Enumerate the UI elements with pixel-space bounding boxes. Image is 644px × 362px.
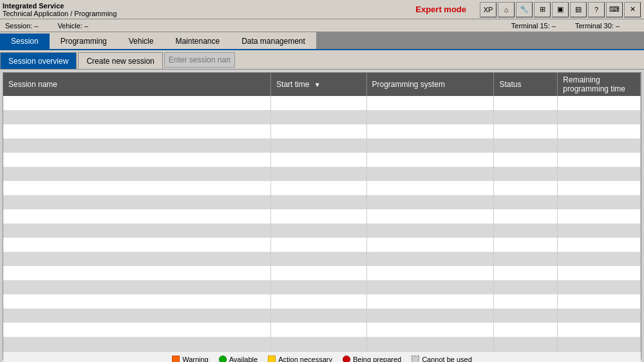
prepared-icon [343, 356, 350, 362]
tools-button[interactable]: 🔧 [516, 2, 533, 17]
table-row [3, 266, 641, 280]
camera-button[interactable]: ▤ [570, 2, 587, 17]
legend-cannot-label: Cannot be used [422, 356, 472, 362]
app-title: Integrated Service Technical Application… [3, 2, 415, 17]
sub-tabs: Session overview Create new session [0, 50, 644, 70]
xp-button[interactable]: XP [480, 2, 497, 17]
session-table: Session name Start time ▼ Programming sy… [3, 73, 641, 351]
available-icon [219, 356, 227, 362]
cannot-icon [412, 356, 419, 362]
legend-available: Available [219, 356, 258, 362]
col-header-start-time[interactable]: Start time ▼ [271, 73, 366, 96]
battery-button[interactable]: ▣ [552, 2, 569, 17]
keyboard-button[interactable]: ⌨ [606, 2, 623, 17]
table-row [3, 110, 641, 124]
legend-available-label: Available [229, 356, 258, 362]
col-header-remaining: Remaining programming time [558, 73, 641, 96]
session-name-input[interactable] [164, 52, 235, 68]
legend-being-prepared: Being prepared [343, 356, 401, 362]
app-title-line1: Integrated Service [3, 2, 415, 10]
close-button[interactable]: ✕ [624, 2, 641, 17]
col-header-status: Status [494, 73, 558, 96]
table-row [3, 238, 641, 252]
subtab-create-new-session[interactable]: Create new session [78, 52, 162, 69]
expert-mode-label: Expert mode [415, 5, 466, 14]
session-status: Session: – [5, 22, 38, 30]
table-row [3, 124, 641, 138]
table-row [3, 224, 641, 238]
vehicle-status: Vehicle: – [57, 22, 88, 30]
col-header-programming-system: Programming system [366, 73, 494, 96]
tab-vehicle[interactable]: Vehicle [118, 33, 165, 49]
session-table-body [3, 96, 641, 351]
main-content: Session name Start time ▼ Programming sy… [3, 72, 641, 359]
table-row [3, 209, 641, 224]
table-row [3, 153, 641, 167]
nav-tabs: Session Programming Vehicle Maintenance … [0, 32, 644, 50]
table-row [3, 323, 641, 337]
table-row [3, 96, 641, 110]
app-title-line2: Technical Application / Programming [3, 10, 415, 17]
table-row [3, 280, 641, 294]
legend-action-label: Action necessary [278, 356, 332, 362]
status-bar: Session: – Vehicle: – Terminal 15: – Ter… [0, 19, 644, 32]
tab-maintenance[interactable]: Maintenance [164, 33, 231, 49]
terminal15-status: Terminal 15: – [511, 22, 556, 30]
table-row [3, 337, 641, 351]
legend-warning: Warning [172, 356, 209, 362]
table-row [3, 309, 641, 323]
display-button[interactable]: ⊞ [534, 2, 551, 17]
tab-data-management[interactable]: Data management [231, 33, 316, 49]
home-button[interactable]: ⌂ [498, 2, 515, 17]
table-row [3, 195, 641, 209]
nav-tab-spacer [316, 32, 644, 49]
table-row [3, 167, 641, 181]
tab-programming[interactable]: Programming [50, 33, 118, 49]
legend-bar: Warning Available Action necessary Being… [3, 351, 641, 362]
table-row [3, 138, 641, 153]
legend-prepared-label: Being prepared [353, 356, 401, 362]
table-row [3, 294, 641, 309]
terminal30-status: Terminal 30: – [575, 22, 620, 30]
subtab-session-overview[interactable]: Session overview [0, 52, 77, 69]
tab-session[interactable]: Session [0, 33, 50, 49]
col-header-session-name: Session name [3, 73, 271, 96]
legend-action-necessary: Action necessary [268, 356, 332, 362]
top-bar: Integrated Service Technical Application… [0, 0, 644, 19]
action-icon [268, 356, 276, 362]
help-button[interactable]: ? [588, 2, 605, 17]
sort-arrow-start-time: ▼ [314, 81, 321, 88]
table-row [3, 181, 641, 195]
table-row [3, 252, 641, 266]
legend-cannot-be-used: Cannot be used [412, 356, 472, 362]
warning-icon [172, 356, 180, 362]
legend-warning-label: Warning [182, 356, 209, 362]
